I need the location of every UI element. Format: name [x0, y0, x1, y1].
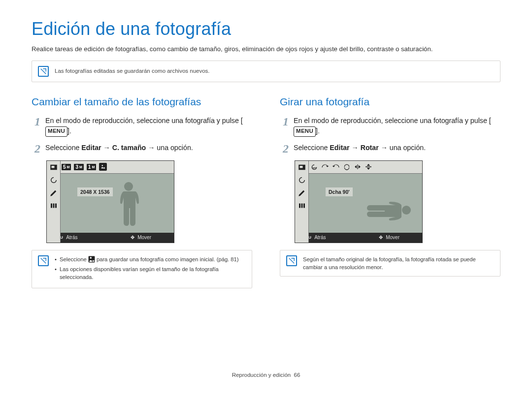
note-icon [38, 66, 49, 77]
svg-rect-15 [303, 203, 305, 208]
svg-point-17 [402, 206, 411, 215]
step-number: 1 [280, 116, 289, 127]
svg-rect-4 [55, 203, 57, 208]
manual-page: Edición de una fotografía Realice tareas… [0, 0, 532, 300]
svg-point-7 [124, 182, 133, 191]
step-number: 2 [32, 143, 40, 154]
svg-rect-3 [53, 203, 54, 208]
step-body: En el modo de reproducción, seleccione u… [45, 116, 252, 137]
top-note-text: Las fotografías editadas se guardarán co… [55, 67, 210, 75]
footer-page-number: 66 [294, 372, 300, 378]
person-silhouette [115, 181, 142, 229]
step-number: 1 [32, 116, 40, 127]
rotate-off-icon: OFF [310, 163, 319, 171]
person-silhouette-rotated [343, 196, 412, 222]
lcd-bottom-bar: MENU Atrás ✥ Mover [47, 233, 174, 243]
rotate-steps: 1 En el modo de reproducción, seleccione… [280, 116, 500, 154]
top-note-box: Las fotografías editadas se guardarán co… [32, 61, 500, 82]
menu-button-label: MENU [294, 126, 316, 136]
resize-footnotes: Seleccione para guardar una fotografía c… [32, 250, 252, 289]
lcd-top-bar: OFF [295, 161, 422, 174]
svg-text:OFF: OFF [312, 167, 317, 169]
move-label: Mover [386, 235, 399, 240]
lcd-top-bar: 5M 3M 1M [47, 161, 174, 174]
dpad-icon: ✥ [131, 235, 134, 240]
svg-rect-14 [301, 203, 302, 208]
lcd-bottom-bar: MENU Atrás ✥ Mover [295, 233, 422, 243]
pencil-icon [298, 188, 306, 197]
svg-point-9 [90, 257, 92, 259]
resize-lcd-preview: 5M 3M 1M 2048 X 1536 MENU Atrás [46, 160, 252, 243]
size-chip: 1M [87, 164, 96, 170]
step-body: Seleccione Editar → Rotar → una opción. [294, 143, 426, 153]
rotate-left-90-icon [332, 163, 340, 171]
footnote-line: Según el tamaño original de la fotografí… [303, 255, 494, 271]
lcd-resolution-label: 2048 X 1536 [77, 187, 113, 196]
footnote-line: Las opciones disponibles varían según el… [55, 265, 246, 281]
size-chip: 3M [74, 164, 83, 170]
page-footer: Reproducción y edición 66 [0, 372, 532, 378]
lcd-preview-area: Dcha 90' [309, 174, 422, 233]
resize-step-2: 2 Seleccione Editar → C. tamaño → una op… [32, 143, 252, 154]
dpad-icon: ✥ [379, 235, 383, 240]
svg-rect-2 [51, 203, 52, 208]
lcd-side-icons [47, 161, 61, 243]
footer-section: Reproducción y edición [232, 372, 291, 378]
note-icon [38, 255, 49, 266]
person-start-icon [99, 163, 107, 171]
flip-horizontal-icon [353, 163, 362, 171]
footnote-line: Seleccione para guardar una fotografía c… [55, 255, 246, 263]
rotate-step-2: 2 Seleccione Editar → Rotar → una opción… [280, 143, 500, 154]
rotate-lcd-preview: OFF Dcha 90' [295, 160, 500, 243]
rotate-right-90-icon [321, 163, 330, 171]
content-columns: Cambiar el tamaño de las fotografías 1 E… [32, 96, 500, 288]
resize-section: Cambiar el tamaño de las fotografías 1 E… [32, 96, 252, 288]
page-lead: Realice tareas de edición de fotografías… [32, 44, 500, 54]
step-number: 2 [280, 143, 289, 154]
rotate-step-1: 1 En el modo de reproducción, seleccione… [280, 116, 500, 137]
resize-icon [298, 163, 306, 172]
resize-step-1: 1 En el modo de reproducción, seleccione… [32, 116, 252, 137]
step-body: Seleccione Editar → C. tamaño → una opci… [45, 143, 193, 153]
levels-icon [298, 201, 306, 210]
rotate-section: Girar una fotografía 1 En el modo de rep… [280, 96, 500, 288]
note-icon [286, 255, 297, 266]
move-label: Mover [137, 235, 151, 240]
flip-vertical-icon [364, 163, 373, 171]
person-start-icon [88, 256, 95, 263]
lcd-rotation-label: Dcha 90' [326, 187, 353, 196]
rotate-icon [298, 176, 306, 185]
resize-steps: 1 En el modo de reproducción, seleccione… [32, 116, 252, 154]
back-label: Atrás [66, 235, 77, 240]
back-label: Atrás [314, 235, 326, 240]
size-chip: 5M [62, 164, 71, 170]
page-title: Edición de una fotografía [32, 19, 500, 39]
rotate-footnotes: Según el tamaño original de la fotografí… [280, 250, 500, 277]
menu-button-label: MENU [45, 126, 67, 136]
levels-icon [49, 201, 58, 210]
resize-icon [49, 163, 58, 172]
svg-rect-1 [51, 166, 54, 168]
pencil-icon [49, 188, 58, 197]
lcd-side-icons [295, 161, 309, 243]
resize-title: Cambiar el tamaño de las fotografías [32, 96, 252, 108]
svg-point-5 [102, 165, 103, 166]
step-body: En el modo de reproducción, seleccione u… [294, 116, 500, 137]
rotate-180-icon [342, 163, 351, 171]
rotate-title: Girar una fotografía [280, 96, 500, 108]
rotate-icon [49, 176, 58, 185]
lcd-preview-area: 2048 X 1536 [61, 174, 174, 233]
svg-rect-12 [299, 166, 302, 168]
svg-rect-13 [299, 203, 300, 208]
